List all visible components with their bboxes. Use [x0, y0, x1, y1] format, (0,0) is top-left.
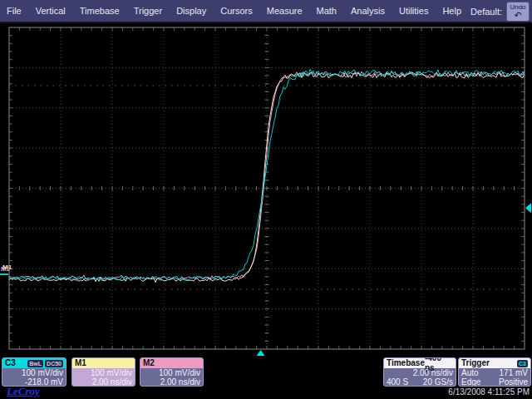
- menu-item-help[interactable]: Help: [442, 6, 461, 16]
- m2-volts-per-div: 100 mV/div: [143, 368, 200, 377]
- trigger-type: Edge: [461, 377, 480, 387]
- memory-descriptor-m2[interactable]: M2 100 mV/div 2.00 ns/div: [140, 357, 204, 387]
- menu-items: FileVerticalTimebaseTriggerDisplayCursor…: [7, 0, 461, 22]
- menu-item-utilities[interactable]: Utilities: [399, 6, 428, 16]
- c3-badges: BwL DC50: [27, 360, 63, 367]
- waveform-screen: M2M1: [0, 23, 532, 357]
- m1-body: 100 mV/div 2.00 ns/div: [72, 368, 135, 386]
- m2-label: M2: [143, 358, 155, 368]
- trigger-descriptor[interactable]: Trigger C3 Auto 171 mV Edge Positive: [458, 357, 531, 387]
- menu-right-group: Default: Undo ↶: [470, 1, 530, 22]
- menu-item-display[interactable]: Display: [176, 6, 206, 16]
- waveform-plot: M2M1: [0, 23, 532, 357]
- undo-button[interactable]: Undo ↶: [506, 2, 530, 22]
- undo-icon: ↶: [514, 11, 521, 19]
- menu-item-measure[interactable]: Measure: [267, 6, 303, 16]
- m2-header: M2: [140, 358, 203, 368]
- trigger-source-badge: C3: [517, 360, 528, 367]
- memory-descriptor-m1[interactable]: M1 100 mV/div 2.00 ns/div: [71, 357, 135, 387]
- c3-volts-per-div: 100 mV/div: [5, 368, 63, 377]
- menu-item-math[interactable]: Math: [317, 6, 337, 16]
- datetime-display: 6/13/2008 4:11:25 PM: [448, 387, 530, 397]
- coupling-badge: DC50: [45, 360, 63, 367]
- m1-label: M1: [75, 358, 86, 368]
- m1-time-per-div: 2.00 ns/div: [75, 377, 132, 387]
- trigger-body: Auto 171 mV Edge Positive: [459, 368, 530, 386]
- c3-body: 100 mV/div -218.0 mV: [2, 368, 66, 386]
- c3-header: C3 BwL DC50: [2, 358, 66, 368]
- menu-item-vertical[interactable]: Vertical: [36, 6, 66, 16]
- c3-label: C3: [5, 358, 16, 368]
- m2-body: 100 mV/div 2.00 ns/div: [140, 368, 203, 386]
- timebase-rate: 20 GS/s: [423, 377, 453, 387]
- trigger-slope: Positive: [499, 377, 528, 387]
- trigger-level-marker[interactable]: [525, 203, 531, 213]
- menu-item-timebase[interactable]: Timebase: [80, 6, 120, 16]
- timebase-body: 2.00 ns/div 400 S 20 GS/s: [384, 368, 456, 386]
- trigger-position-marker[interactable]: [257, 350, 265, 356]
- menu-item-cursors[interactable]: Cursors: [220, 6, 253, 16]
- timebase-per-div: 2.00 ns/div: [387, 368, 453, 377]
- timebase-header: Timebase -400 ps: [384, 358, 456, 368]
- trace-label-m1: M1: [2, 264, 12, 271]
- menu-bar: FileVerticalTimebaseTriggerDisplayCursor…: [0, 0, 532, 23]
- m2-time-per-div: 2.00 ns/div: [143, 377, 200, 387]
- menu-item-file[interactable]: File: [7, 6, 22, 16]
- timebase-samples: 400 S: [387, 377, 408, 387]
- trigger-label: Trigger: [461, 358, 490, 368]
- m1-volts-per-div: 100 mV/div: [75, 368, 132, 377]
- trace-m2: [9, 71, 525, 279]
- trigger-level: 171 mV: [500, 368, 528, 377]
- default-label: Default:: [470, 7, 502, 17]
- menu-item-analysis[interactable]: Analysis: [351, 6, 385, 16]
- channel-descriptor-c3[interactable]: C3 BwL DC50 100 mV/div -218.0 mV: [2, 357, 66, 387]
- oscilloscope-window: FileVerticalTimebaseTriggerDisplayCursor…: [0, 0, 532, 399]
- menu-item-trigger[interactable]: Trigger: [134, 6, 162, 16]
- timebase-label: Timebase: [387, 358, 425, 368]
- bandwidth-limit-badge: BwL: [27, 360, 43, 367]
- descriptor-row: C3 BwL DC50 100 mV/div -218.0 mV M1 100 …: [0, 357, 532, 387]
- m1-header: M1: [72, 358, 135, 368]
- lecroy-logo: LeCroy: [7, 385, 40, 398]
- trigger-header: Trigger C3: [459, 358, 530, 368]
- timebase-descriptor[interactable]: Timebase -400 ps 2.00 ns/div 400 S 20 GS…: [383, 357, 456, 387]
- trigger-mode: Auto: [461, 368, 479, 377]
